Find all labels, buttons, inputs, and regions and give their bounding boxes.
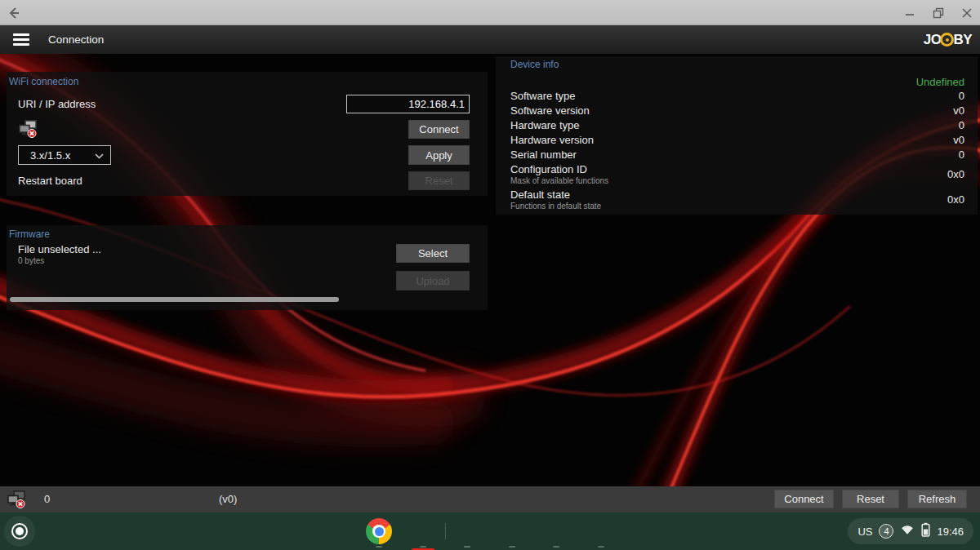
row-label: Serial number [510, 148, 577, 162]
row-value: v0 [953, 134, 964, 146]
device-info-panel: Device info Undefined Software type 0 So… [496, 56, 978, 215]
launcher-button[interactable] [4, 516, 35, 547]
row-value: v0 [953, 104, 964, 117]
logo-ring-icon [940, 33, 954, 47]
battery-icon [921, 522, 930, 540]
restart-board-label: Restart board [18, 175, 82, 187]
row-sublabel: Functions in default state [510, 202, 601, 211]
chromeos-shelf [0, 512, 980, 550]
footer-refresh-button[interactable]: Refresh [907, 490, 967, 508]
jooby-logo: JO BY [924, 25, 972, 54]
row-label: Hardware type [510, 118, 580, 132]
network-disconnected-icon [7, 489, 28, 513]
shelf-divider [445, 523, 446, 539]
row-label: Software version [510, 104, 590, 118]
running-indicator [553, 546, 559, 548]
row-value: 0x0 [947, 193, 964, 206]
running-indicator [598, 546, 604, 548]
network-disconnected-icon [18, 119, 39, 142]
device-version-value: (v0) [219, 493, 237, 505]
device-info-row: Software type 0 [510, 88, 964, 103]
running-indicator [376, 546, 382, 548]
device-info-row: Hardware type 0 [510, 118, 964, 132]
window-controls [903, 0, 973, 25]
chromeos-screen: Connection JO BY [0, 0, 980, 550]
device-info-row: Serial number 0 [510, 147, 964, 162]
uri-ip-label: URI / IP address [18, 98, 96, 110]
logo-text-pre: JO [924, 32, 942, 48]
row-value: 0 [959, 149, 964, 161]
device-info-row: Software version v0 [510, 103, 964, 118]
running-indicator [420, 546, 426, 548]
status-bar-buttons: Connect Reset Refresh [774, 490, 967, 508]
notification-count-badge: 4 [879, 524, 893, 539]
back-icon[interactable] [7, 6, 21, 20]
wifi-connect-button[interactable]: Connect [408, 120, 470, 139]
footer-connect-button[interactable]: Connect [774, 490, 834, 508]
wifi-icon [900, 523, 915, 539]
wifi-section-title: WiFi connection [9, 76, 78, 87]
app-status-bar: 0 (v0) Connect Reset Refresh [0, 486, 980, 512]
device-info-row: Hardware version v0 [510, 132, 964, 147]
firmware-file-label: File unselected ... [18, 243, 101, 255]
firmware-panel: Firmware File unselected ... 0 bytes Sel… [7, 225, 488, 310]
device-id-value: 0 [44, 493, 50, 505]
protocol-version-value: 3.x/1.5.x [30, 149, 70, 162]
minimize-icon[interactable] [903, 7, 916, 20]
row-label: Software type [510, 89, 576, 103]
row-label: Configuration ID [510, 162, 608, 176]
clock-label: 19:46 [937, 526, 964, 538]
page-title: Connection [48, 25, 104, 54]
row-value: 0 [959, 90, 964, 102]
app-content: WiFi connection URI / IP address Connect… [0, 54, 980, 486]
row-sublabel: Mask of available functions [510, 176, 608, 186]
keyboard-layout-label: US [858, 526, 872, 538]
row-label: Default state [510, 188, 601, 202]
running-indicator [464, 546, 470, 548]
launcher-icon [11, 523, 28, 539]
row-value: 0 [959, 119, 964, 131]
firmware-file-size: 0 bytes [18, 256, 44, 265]
logo-text-post: BY [953, 32, 972, 48]
chevron-down-icon [95, 153, 104, 159]
device-status-badge: Undefined [510, 76, 964, 88]
firmware-section-title: Firmware [9, 228, 50, 240]
running-indicator [509, 546, 515, 548]
footer-reset-button[interactable]: Reset [842, 490, 899, 508]
window-titlebar [0, 0, 980, 25]
reset-button[interactable]: Reset [408, 171, 470, 190]
device-info-row: Default state Functions in default state… [510, 187, 964, 212]
row-label: Hardware version [510, 133, 594, 147]
row-value: 0x0 [947, 168, 964, 180]
wifi-connection-panel: WiFi connection URI / IP address Connect… [7, 72, 488, 196]
upload-button[interactable]: Upload [396, 271, 470, 291]
restore-icon[interactable] [932, 7, 945, 20]
device-info-title: Device info [510, 59, 964, 70]
device-info-row: Configuration ID Mask of available funct… [510, 162, 964, 187]
chrome-app-icon[interactable] [366, 518, 392, 544]
system-tray[interactable]: US 4 19:46 [848, 518, 973, 544]
apply-button[interactable]: Apply [408, 145, 470, 165]
close-icon[interactable] [960, 7, 973, 20]
menu-icon[interactable] [13, 33, 29, 46]
app-toolbar: Connection JO BY [0, 25, 980, 54]
uri-ip-input[interactable] [346, 95, 470, 113]
select-file-button[interactable]: Select [396, 244, 470, 263]
protocol-version-select[interactable]: 3.x/1.5.x [18, 145, 111, 165]
upload-progress-bar [10, 297, 339, 302]
